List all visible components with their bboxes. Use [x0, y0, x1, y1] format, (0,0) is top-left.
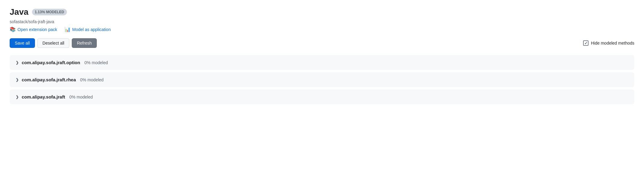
chevron-right-icon: ❯: [16, 78, 19, 82]
hide-modeled-checkbox[interactable]: ✓: [583, 40, 589, 46]
chevron-right-icon: ❯: [16, 95, 19, 99]
model-as-application-icon: 📊: [65, 27, 71, 32]
checkmark-icon: ✓: [584, 41, 588, 45]
toolbar-left: Save all Deselect all Refresh: [10, 38, 97, 48]
chevron-right-icon: ❯: [16, 61, 19, 65]
table-row[interactable]: ❯ com.alipay.sofa.jraft 0% modeled: [10, 89, 634, 104]
table-row[interactable]: ❯ com.alipay.sofa.jraft.rhea 0% modeled: [10, 72, 634, 87]
hide-modeled-checkbox-container[interactable]: ✓ Hide modeled methods: [583, 40, 634, 46]
modeled-badge: 1.13% MODELED: [32, 9, 67, 15]
open-extension-pack-icon: 📚: [10, 27, 16, 32]
refresh-button[interactable]: Refresh: [72, 38, 97, 48]
save-all-button[interactable]: Save all: [10, 38, 35, 48]
package-name: com.alipay.sofa.jraft: [22, 94, 65, 99]
package-modeled-percent: 0% modeled: [80, 77, 104, 82]
toolbar-right: ✓ Hide modeled methods: [583, 40, 634, 46]
open-extension-pack-label: Open extension pack: [17, 27, 57, 32]
page-title: Java: [10, 7, 28, 17]
package-name: com.alipay.sofa.jraft.rhea: [22, 77, 76, 82]
repo-name: sofastack/sofa-jraft-java: [10, 19, 634, 24]
hide-modeled-label: Hide modeled methods: [591, 41, 634, 45]
package-name: com.alipay.sofa.jraft.option: [22, 60, 80, 65]
package-modeled-percent: 0% modeled: [84, 60, 108, 65]
package-modeled-percent: 0% modeled: [69, 95, 93, 99]
toolbar: Save all Deselect all Refresh ✓ Hide mod…: [10, 38, 634, 48]
links-row: 📚 Open extension pack 📊 Model as applica…: [10, 27, 634, 32]
open-extension-pack-link[interactable]: 📚 Open extension pack: [10, 27, 57, 32]
deselect-all-button[interactable]: Deselect all: [37, 38, 69, 48]
header-section: Java 1.13% MODELED: [10, 7, 634, 17]
model-as-application-link[interactable]: 📊 Model as application: [65, 27, 111, 32]
table-row[interactable]: ❯ com.alipay.sofa.jraft.option 0% modele…: [10, 55, 634, 70]
model-as-application-label: Model as application: [72, 27, 111, 32]
package-list: ❯ com.alipay.sofa.jraft.option 0% modele…: [10, 55, 634, 104]
